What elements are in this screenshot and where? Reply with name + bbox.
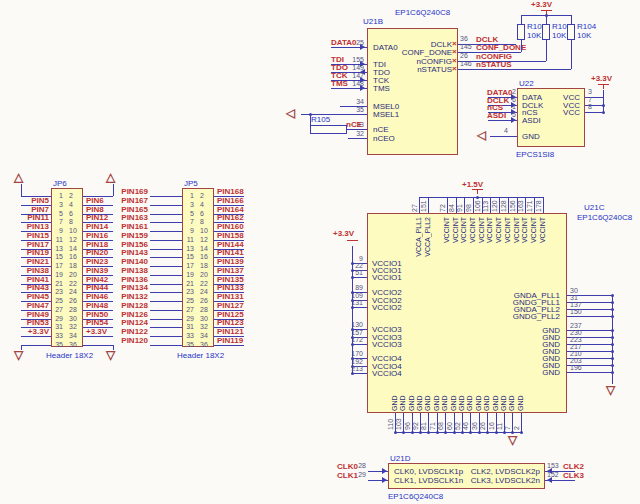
junction-dot	[453, 431, 456, 434]
u21d-refdes: U21D	[390, 454, 410, 463]
pin-name: GND	[475, 393, 483, 411]
net-label: PIN168	[217, 187, 244, 196]
pin-number: 25	[184, 297, 194, 305]
header-pin-wire	[150, 319, 182, 320]
pin-number: 17	[53, 262, 63, 270]
u21b-part-number: EP1C6Q240C8	[395, 8, 450, 17]
junction-dot	[486, 431, 489, 434]
ground-port-left: ◁	[286, 107, 295, 119]
pin-name: VCCINT	[460, 217, 468, 243]
pin-number: 11	[53, 236, 63, 244]
header-pin-wire	[150, 292, 182, 293]
pin-name: GND	[500, 393, 508, 411]
pin-number: 91	[456, 199, 464, 212]
resistor-refdes: R104	[577, 22, 596, 31]
pin-number: 35	[53, 341, 63, 349]
pin-number: 151	[420, 199, 428, 212]
net-label: PIN21	[17, 257, 49, 266]
pin-number: 128	[500, 199, 508, 212]
net-label: PIN16	[86, 231, 108, 240]
net-label: PIN139	[217, 257, 244, 266]
junction-dot	[602, 111, 605, 114]
pin-number: 156	[509, 199, 517, 212]
u21b-pin-wire	[348, 138, 367, 139]
pin-number: 24	[200, 288, 208, 296]
pin-number: 3	[53, 201, 63, 209]
pin-name: VCCIO4	[372, 369, 402, 378]
pin-number: 20	[200, 271, 208, 279]
no-erc-mark: ×	[452, 65, 457, 73]
pin-number: 72	[439, 199, 447, 212]
junction-dot	[478, 431, 481, 434]
pin-number: 23	[53, 288, 63, 296]
header-pin-wire	[214, 345, 244, 346]
pin-name: GNDG_PLL2	[490, 312, 560, 321]
junction-dot	[503, 431, 506, 434]
pin-name: GND	[433, 393, 441, 411]
u22-pin-wire	[585, 112, 603, 113]
header-pin-wire	[150, 266, 182, 267]
pin-number: 163	[517, 199, 525, 212]
jp5-caption: Header 18X2	[177, 351, 224, 360]
net-label: PIN158	[217, 231, 244, 240]
junction-dot	[436, 431, 439, 434]
header-pin-wire	[83, 336, 113, 337]
pin-number: 14	[69, 245, 77, 253]
net-label: PIN46	[86, 292, 108, 301]
pin-number: 34	[200, 332, 208, 340]
pin-number: 89	[347, 284, 363, 292]
pin-direction-arrow	[382, 477, 387, 483]
pin-number: 28	[352, 462, 366, 470]
pin-number: 15	[184, 253, 194, 261]
pin-number: 46	[462, 415, 470, 430]
pullup-wire	[546, 15, 547, 24]
pin-number: 4	[69, 201, 73, 209]
pin-number: 22	[69, 280, 77, 288]
pin-name: VCCA_PLL2	[424, 217, 432, 257]
ground-port-down: ▽	[606, 384, 615, 396]
pin-number: 6	[200, 210, 204, 218]
pin-number: 14	[200, 245, 208, 253]
pin-name: VCCINT	[443, 217, 451, 243]
pin-name: VCCINT	[521, 217, 529, 243]
junction-dot	[427, 431, 430, 434]
pin-name: GND	[424, 393, 432, 411]
header-pin-wire	[150, 284, 182, 285]
pin-number: 36	[200, 341, 208, 349]
pin-name: GND	[391, 393, 399, 411]
pin-name: VCCINT	[452, 217, 460, 243]
u22-part-number: EPCS1SI8	[516, 150, 554, 159]
junction-dot	[419, 431, 422, 434]
pin-number: 6	[69, 210, 73, 218]
pin-name: VCCIO2	[372, 303, 402, 312]
header-pin-wire	[150, 310, 182, 311]
header-pin-wire	[150, 214, 182, 215]
pin-number: 1	[184, 192, 194, 200]
pin-number: 1	[53, 192, 63, 200]
pin-number: 16	[69, 253, 77, 261]
pin-number: 103	[395, 415, 403, 430]
net-label: PIN53	[17, 318, 49, 327]
pin-number: 28	[69, 306, 77, 314]
pin-name: nSTATUS	[380, 65, 452, 74]
pin-name: GND	[490, 368, 560, 377]
pin-number: 170	[347, 350, 363, 358]
pin-name: VCCINT	[495, 217, 503, 243]
pin-name: VCCINT	[469, 217, 477, 243]
header-pin-wire	[150, 336, 182, 337]
net-label: PIN161	[116, 222, 148, 231]
pin-number: 12	[200, 236, 208, 244]
net-label: CONF_DONE	[476, 43, 526, 52]
pullup-resistor-body	[567, 24, 575, 40]
pin-name: CLK2, LVDSCLK2p	[440, 467, 540, 476]
u21c-pin-wire	[428, 197, 429, 213]
pin-name: VCCINT	[539, 217, 547, 243]
pin-name: nCEO	[373, 134, 395, 143]
pin-number: 32	[200, 323, 208, 331]
pin-number: 22	[200, 280, 208, 288]
power-bar	[347, 240, 358, 241]
pin-name: CLK3, LVDSCLK2n	[440, 476, 540, 485]
pin-name: GND	[458, 393, 466, 411]
pin-number: 20	[69, 271, 77, 279]
pin-number: 27	[184, 306, 194, 314]
